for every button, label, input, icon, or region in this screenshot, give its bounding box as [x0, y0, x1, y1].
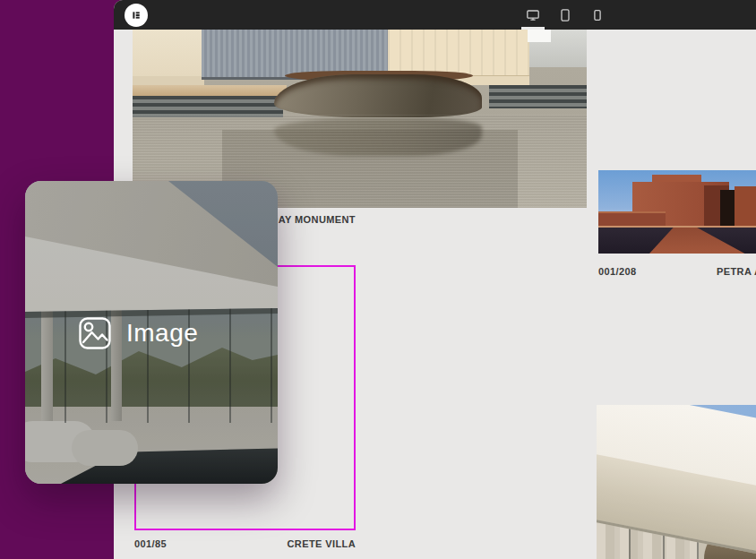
villa-image[interactable]	[597, 405, 756, 559]
elementor-menu-button[interactable]	[125, 4, 148, 27]
photo-ledge	[133, 85, 287, 96]
photo-rock	[274, 74, 482, 117]
editor-topbar	[114, 0, 756, 30]
photo-rails-right	[489, 85, 587, 108]
tablet-icon	[558, 8, 572, 22]
petra-index: 001/208	[598, 266, 637, 277]
crete-index: 001/85	[134, 538, 167, 549]
backdrop: DAY MONUMENT 001/85 CRETE VILLA 001/208 …	[0, 0, 756, 559]
petra-image[interactable]	[598, 170, 756, 254]
responsive-mode-switcher	[522, 0, 608, 30]
image-icon	[77, 315, 113, 351]
device-tab-mobile[interactable]	[587, 0, 608, 30]
petra-title: PETRA A	[717, 266, 756, 277]
elementor-logo-icon	[129, 8, 143, 22]
photo-far-wall	[735, 186, 756, 229]
image-widget-drag-card[interactable]: Image	[25, 181, 278, 484]
photo-doorway	[720, 190, 735, 229]
desktop-icon	[526, 8, 540, 22]
photo-sky-highlight	[528, 30, 551, 42]
image-widget-label: Image	[126, 319, 198, 348]
device-tab-desktop[interactable]	[522, 0, 544, 30]
crete-caption-row: 001/85 CRETE VILLA	[134, 538, 356, 549]
device-tab-tablet[interactable]	[554, 0, 576, 30]
crete-title: CRETE VILLA	[287, 538, 356, 549]
widget-badge: Image	[77, 315, 198, 351]
mobile-icon	[590, 8, 605, 22]
